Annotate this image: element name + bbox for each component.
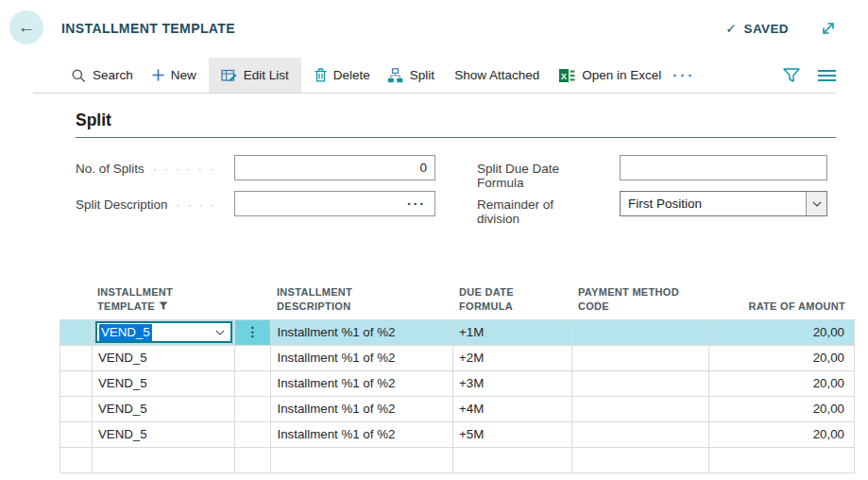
- payment-method-cell[interactable]: [572, 371, 710, 396]
- new-button[interactable]: New: [152, 58, 196, 93]
- rate-of-amount-cell[interactable]: 20,00: [709, 320, 854, 345]
- view-options-button[interactable]: [818, 69, 836, 82]
- due-date-formula-cell[interactable]: [453, 448, 572, 472]
- action-toolbar: Search New Edit List Delete S: [33, 58, 836, 94]
- split-icon: [387, 68, 403, 83]
- filter-button[interactable]: [783, 68, 800, 83]
- back-arrow-icon: ←: [18, 18, 36, 36]
- back-button[interactable]: ←: [9, 10, 43, 44]
- rate-of-amount-cell[interactable]: [709, 448, 854, 472]
- payment-method-cell[interactable]: [572, 448, 710, 472]
- row-selector-cell[interactable]: [60, 397, 93, 421]
- installment-lines-grid: INSTALLMENT TEMPLATE INSTALLMENT DESCRIP…: [60, 269, 855, 473]
- rate-of-amount-cell[interactable]: 20,00: [709, 397, 854, 421]
- no-of-splits-input[interactable]: 0: [234, 155, 435, 180]
- template-cell: VEND_5: [93, 320, 235, 345]
- template-cell[interactable]: VEND_5: [93, 346, 235, 370]
- row-menu-cell[interactable]: [235, 397, 272, 421]
- table-row: VEND_5 Installment %1 of %2 +5M 20,00: [60, 422, 854, 448]
- page-header: ← INSTALLMENT TEMPLATE ✓ SAVED: [0, 0, 868, 53]
- payment-method-cell[interactable]: [572, 422, 710, 447]
- new-label: New: [171, 68, 196, 82]
- open-in-excel-button[interactable]: X Open in Excel: [559, 58, 661, 93]
- search-button[interactable]: Search: [71, 58, 133, 93]
- dotted-leader: [177, 197, 217, 212]
- chevron-down-icon: [215, 330, 225, 335]
- rate-of-amount-cell[interactable]: 20,00: [709, 346, 854, 370]
- row-selector-cell[interactable]: [60, 448, 93, 472]
- search-label: Search: [93, 68, 133, 82]
- assist-edit-icon[interactable]: ···: [407, 197, 426, 212]
- due-date-formula-cell[interactable]: +1M: [453, 320, 572, 345]
- row-menu-button[interactable]: ⋮: [235, 320, 272, 345]
- grid-body: VEND_5 ⋮ Installment %1 of %2 +1M 20,00 …: [60, 319, 855, 473]
- row-menu-cell[interactable]: [235, 346, 272, 370]
- delete-label: Delete: [333, 68, 370, 82]
- list-menu-icon: [818, 69, 836, 82]
- saved-label: SAVED: [743, 22, 789, 36]
- row-menu-cell[interactable]: [235, 371, 272, 396]
- split-description-input[interactable]: ···: [234, 191, 435, 216]
- payment-method-cell[interactable]: [572, 397, 710, 421]
- delete-button[interactable]: Delete: [315, 58, 370, 93]
- description-cell[interactable]: Installment %1 of %2: [271, 320, 453, 345]
- grid-header-selector: [60, 269, 92, 319]
- rate-of-amount-cell[interactable]: 20,00: [709, 422, 854, 447]
- template-combobox[interactable]: VEND_5: [95, 321, 232, 343]
- template-cell[interactable]: [93, 448, 235, 472]
- no-of-splits-label: No. of Splits: [76, 162, 227, 176]
- column-header-installment-template[interactable]: INSTALLMENT TEMPLATE: [92, 269, 234, 319]
- saved-status-badge: ✓ SAVED: [725, 21, 789, 36]
- rate-of-amount-cell[interactable]: 20,00: [709, 371, 854, 396]
- template-cell[interactable]: VEND_5: [93, 422, 235, 447]
- show-attached-label: Show Attached: [454, 68, 539, 82]
- open-in-excel-label: Open in Excel: [582, 68, 661, 82]
- description-cell[interactable]: Installment %1 of %2: [271, 346, 453, 370]
- template-cell[interactable]: VEND_5: [93, 397, 235, 421]
- combobox-dropdown-button[interactable]: [215, 330, 225, 335]
- split-due-date-formula-input[interactable]: [620, 155, 827, 180]
- column-header-due-date-formula[interactable]: DUE DATE FORMULA: [453, 269, 572, 319]
- template-cell[interactable]: VEND_5: [93, 371, 235, 396]
- column-header-rate-of-amount[interactable]: RATE OF AMOUNT: [710, 269, 855, 319]
- show-attached-button[interactable]: Show Attached: [454, 58, 539, 93]
- due-date-formula-cell[interactable]: +4M: [453, 397, 572, 421]
- split-action-button[interactable]: Split: [387, 58, 434, 93]
- row-menu-cell[interactable]: [235, 422, 272, 447]
- due-date-formula-cell[interactable]: +3M: [453, 371, 572, 396]
- expand-button[interactable]: [818, 18, 839, 39]
- table-row: VEND_5 ⋮ Installment %1 of %2 +1M 20,00: [60, 320, 854, 346]
- row-selector-cell[interactable]: [60, 422, 93, 447]
- row-selector-cell[interactable]: [60, 371, 93, 396]
- due-date-formula-cell[interactable]: +5M: [453, 422, 572, 447]
- more-options-button[interactable]: ···: [672, 58, 695, 93]
- description-cell[interactable]: Installment %1 of %2: [271, 371, 453, 396]
- no-of-splits-value: 0: [419, 161, 427, 175]
- payment-method-cell[interactable]: [572, 320, 710, 345]
- plus-icon: [152, 69, 164, 81]
- edit-list-label: Edit List: [244, 68, 289, 82]
- dotted-leader: [153, 162, 217, 176]
- due-date-formula-cell[interactable]: +2M: [453, 346, 572, 370]
- column-header-installment-description[interactable]: INSTALLMENT DESCRIPTION: [271, 269, 453, 319]
- description-cell[interactable]: Installment %1 of %2: [271, 422, 453, 447]
- remainder-of-division-select[interactable]: First Position: [620, 191, 827, 216]
- column-header-payment-method-code[interactable]: PAYMENT METHOD CODE: [572, 269, 710, 319]
- row-selector-cell[interactable]: [60, 320, 93, 345]
- row-menu-cell[interactable]: [235, 448, 272, 472]
- description-cell[interactable]: [271, 448, 453, 472]
- remainder-of-division-label: Remainder of division: [477, 197, 612, 226]
- table-row: VEND_5 Installment %1 of %2 +3M 20,00: [60, 371, 854, 397]
- trash-icon: [315, 68, 327, 82]
- select-dropdown-button[interactable]: [806, 192, 826, 215]
- payment-method-cell[interactable]: [572, 346, 710, 370]
- row-selector-cell[interactable]: [60, 346, 93, 370]
- edit-list-button[interactable]: Edit List: [209, 58, 301, 93]
- split-section-divider: [76, 137, 836, 138]
- check-icon: ✓: [725, 21, 737, 36]
- page-title: INSTALLMENT TEMPLATE: [61, 21, 235, 36]
- split-section-title: Split: [76, 111, 111, 130]
- description-cell[interactable]: Installment %1 of %2: [271, 397, 453, 421]
- split-description-label: Split Description: [76, 197, 227, 212]
- table-row-empty: [60, 448, 854, 473]
